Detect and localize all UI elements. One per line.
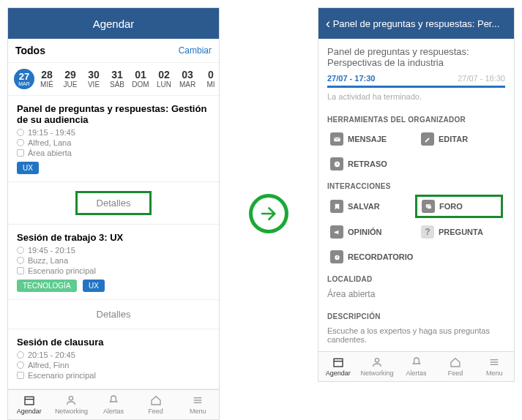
calendar-icon [23,394,36,406]
session-card[interactable]: Sesión de clausura 20:15 - 20:45 Alfred,… [8,329,219,389]
back-button[interactable]: ‹ [326,16,330,31]
session-location: Escenario principal [17,266,210,275]
session-location: Escenario principal [17,371,210,380]
date-item[interactable]: 31SÁB [108,69,127,89]
location-value: Área abierta [318,288,514,305]
date-item[interactable]: 01DOM [131,69,150,89]
tab-networking[interactable]: Networking [51,394,93,415]
details-button[interactable]: Detalles [8,300,219,329]
tab-alertas[interactable]: Alertas [397,356,436,377]
header-title: Panel de preguntas y respuestas: Per... [333,18,500,29]
session-subtitle: Panel de preguntas y respuestas: Perspec… [318,39,514,68]
bell-icon [410,356,423,368]
opinion-button[interactable]: OPINIÓN [324,221,412,243]
person-icon [17,257,24,264]
location-icon [17,149,24,157]
megaphone-icon [330,225,343,239]
clock-icon [17,247,24,254]
tag-ux[interactable]: UX [83,280,105,292]
time-range: 27/07 - 17:30 27/07 - 18:30 [318,68,514,86]
person-icon [17,139,24,146]
session-title: Sesión de trabajo 3: UX [17,232,210,243]
person-icon [370,356,384,368]
session-speaker: Alfred, Lana [17,138,210,147]
time-start: 27/07 - 17:30 [327,74,375,83]
clock-icon [17,129,24,136]
transition-arrow [249,194,288,233]
recordatorio-button[interactable]: RECORDATORIO [324,246,419,268]
alarm-icon [330,250,343,263]
date-scroller[interactable]: 27MAR28MIÉ29JUE30VIE31SÁB01DOM02LUN03MAR… [8,63,219,96]
date-item[interactable]: 03MAR [178,69,197,89]
clock-icon [17,351,24,359]
details-button[interactable]: Detalles [8,182,219,225]
mail-icon [330,132,343,146]
date-item[interactable]: 27MAR [14,69,33,89]
tab-menu[interactable]: Menu [475,356,514,377]
mensaje-button[interactable]: MENSAJE [324,128,412,150]
tab-menu[interactable]: Menu [176,394,219,415]
session-title: Sesión de clausura [17,337,210,348]
session-title: Panel de preguntas y respuestas: Gestión… [17,103,210,125]
tag-tech[interactable]: TECNOLOGÍA [17,280,77,292]
date-item[interactable]: 29JUE [61,69,80,89]
chat-icon [422,200,435,213]
session-location: Área abierta [17,149,210,157]
tab-networking[interactable]: Networking [357,356,396,377]
menu-icon [488,356,501,368]
tag-ux[interactable]: UX [17,162,39,174]
home-icon [149,394,163,406]
header: Agendar [8,8,219,39]
right-screen: ‹ Panel de preguntas y respuestas: Per..… [318,7,515,382]
filter-label[interactable]: Todos [15,45,45,56]
session-time: 19:15 - 19:45 [17,128,210,137]
session-card[interactable]: Panel de preguntas y respuestas: Gestión… [8,96,219,182]
tab-bar: Agendar Networking Alertas Feed Menu [8,389,219,419]
session-card[interactable]: Sesión de trabajo 3: UX 19:45 - 20:15 Bu… [8,225,219,300]
menu-icon [191,394,204,406]
clock-icon [330,157,343,170]
tab-bar: Agendar Networking Alertas Feed Menu [318,351,514,381]
person-icon [64,394,78,406]
tab-feed[interactable]: Feed [436,356,474,377]
foro-button[interactable]: FORO [415,195,503,218]
person-icon [17,361,24,369]
status-ended: La actividad ha terminado. [318,88,514,108]
header-title: Agendar [93,18,135,30]
tab-feed[interactable]: Feed [135,394,177,415]
header: ‹ Panel de preguntas y respuestas: Per..… [318,8,514,39]
question-icon: ? [421,225,434,239]
bookmark-icon [330,200,343,213]
tab-agendar[interactable]: Agendar [8,394,51,415]
retraso-button[interactable]: RETRASO [324,153,412,175]
svg-rect-9 [427,206,431,209]
change-link[interactable]: Cambiar [179,45,212,56]
session-speaker: Buzz, Lana [17,256,210,265]
session-time: 19:45 - 20:15 [17,246,210,255]
editar-button[interactable]: EDITAR [415,128,503,150]
location-icon [17,267,24,274]
salvar-button[interactable]: SALVAR [324,195,412,218]
pencil-icon [421,132,434,146]
date-item[interactable]: 02LUN [154,69,174,89]
pregunta-button[interactable]: ?PREGUNTA [415,221,503,243]
tab-agendar[interactable]: Agendar [318,356,357,377]
home-icon [449,356,462,368]
arrow-right-icon [249,194,288,233]
left-screen: Agendar Todos Cambiar 27MAR28MIÉ29JUE30V… [7,7,220,420]
svg-point-2 [70,397,73,400]
section-location: LOCALIDAD [318,268,514,288]
svg-rect-11 [334,359,343,367]
filter-row: Todos Cambiar [8,39,219,63]
date-item[interactable]: 28MIÉ [37,69,56,89]
date-item[interactable]: 0MI [201,69,219,89]
date-item[interactable]: 30VIE [84,69,103,89]
tab-alertas[interactable]: Alertas [92,394,135,415]
session-time: 20:15 - 20:45 [17,350,210,359]
bell-icon [107,394,120,406]
section-organizer: HERRAMIENTAS DEL ORGANIZADOR [318,108,514,128]
time-end: 27/07 - 18:30 [458,74,505,83]
calendar-icon [332,356,345,368]
section-description: DESCRIPCIÓN [318,305,514,325]
svg-rect-0 [25,397,34,405]
